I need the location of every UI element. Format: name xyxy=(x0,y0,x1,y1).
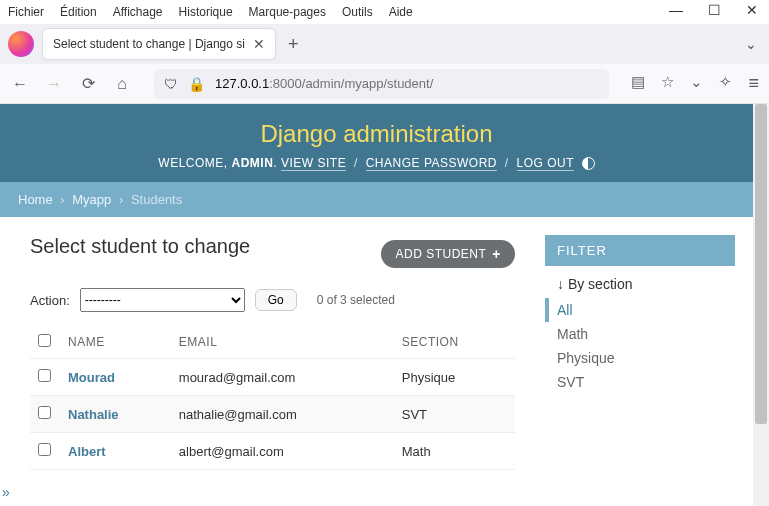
app-menu-icon[interactable]: ≡ xyxy=(748,73,759,94)
django-header: Django administration WELCOME, ADMIN. VI… xyxy=(0,104,753,182)
browser-menubar: Fichier Édition Affichage Historique Mar… xyxy=(0,0,769,24)
url-text: 127.0.0.1:8000/admin/myapp/student/ xyxy=(215,76,433,91)
menu-bookmarks[interactable]: Marque-pages xyxy=(249,5,326,19)
table-row: Albert albert@gmail.com Math xyxy=(30,433,515,470)
actions-row: Action: --------- Go 0 of 3 selected xyxy=(30,288,515,312)
bookmark-star-icon[interactable]: ☆ xyxy=(661,73,674,94)
col-section[interactable]: SECTION xyxy=(394,326,515,359)
tab-title: Select student to change | Django si xyxy=(53,37,245,51)
nav-reload-icon[interactable]: ⟳ xyxy=(78,74,98,93)
new-tab-button[interactable]: + xyxy=(288,34,299,55)
pocket-icon[interactable]: ⌄ xyxy=(690,73,703,94)
row-checkbox[interactable] xyxy=(38,443,51,456)
lock-icon[interactable]: 🔒 xyxy=(188,76,205,92)
nav-back-icon[interactable]: ← xyxy=(10,75,30,93)
add-student-button[interactable]: ADD STUDENT + xyxy=(381,240,515,268)
student-email: albert@gmail.com xyxy=(171,433,394,470)
tabs-dropdown-icon[interactable]: ⌄ xyxy=(745,36,757,52)
window-maximize-icon[interactable]: ☐ xyxy=(705,2,723,18)
window-close-icon[interactable]: ✕ xyxy=(743,2,761,18)
menu-edit[interactable]: Édition xyxy=(60,5,97,19)
breadcrumb-current: Students xyxy=(131,192,182,207)
logout-link[interactable]: LOG OUT xyxy=(517,156,574,171)
browser-toolbar: ← → ⟳ ⌂ 🛡 🔒 127.0.0.1:8000/admin/myapp/s… xyxy=(0,64,769,104)
breadcrumb-app[interactable]: Myapp xyxy=(72,192,111,207)
filter-sidebar: FILTER ↓ By section All Math Physique SV… xyxy=(545,235,735,470)
site-title: Django administration xyxy=(0,120,753,148)
menu-history[interactable]: Historique xyxy=(179,5,233,19)
add-button-label: ADD STUDENT xyxy=(395,247,486,261)
row-checkbox[interactable] xyxy=(38,369,51,382)
action-label: Action: xyxy=(30,293,70,308)
filter-by-section: ↓ By section xyxy=(545,266,735,298)
menu-tools[interactable]: Outils xyxy=(342,5,373,19)
breadcrumb: Home › Myapp › Students xyxy=(0,182,753,217)
extensions-icon[interactable]: ✧ xyxy=(719,73,732,94)
menu-view[interactable]: Affichage xyxy=(113,5,163,19)
shield-icon[interactable]: 🛡 xyxy=(164,76,178,92)
nav-home-icon[interactable]: ⌂ xyxy=(112,75,132,93)
filter-option-physique[interactable]: Physique xyxy=(545,346,735,370)
filter-heading: FILTER xyxy=(545,235,735,266)
welcome-text: WELCOME, xyxy=(158,156,231,170)
plus-icon: + xyxy=(492,246,501,262)
breadcrumb-home[interactable]: Home xyxy=(18,192,53,207)
student-link[interactable]: Albert xyxy=(60,433,171,470)
sidebar-toggle-icon[interactable]: » xyxy=(2,484,10,500)
student-link[interactable]: Mourad xyxy=(60,359,171,396)
student-email: mourad@gmail.com xyxy=(171,359,394,396)
theme-toggle-icon[interactable] xyxy=(582,157,595,170)
username: ADMIN xyxy=(231,156,273,170)
col-email[interactable]: EMAIL xyxy=(171,326,394,359)
change-password-link[interactable]: CHANGE PASSWORD xyxy=(366,156,497,171)
table-row: Nathalie nathalie@gmail.com SVT xyxy=(30,396,515,433)
student-link[interactable]: Nathalie xyxy=(60,396,171,433)
students-table: NAME EMAIL SECTION Mourad mourad@gmail.c… xyxy=(30,326,515,470)
action-select[interactable]: --------- xyxy=(80,288,245,312)
filter-option-svt[interactable]: SVT xyxy=(545,370,735,394)
select-all-checkbox[interactable] xyxy=(38,334,51,347)
tab-close-icon[interactable]: ✕ xyxy=(253,36,265,52)
selection-count: 0 of 3 selected xyxy=(317,293,395,307)
browser-tab[interactable]: Select student to change | Django si ✕ xyxy=(42,28,276,60)
filter-option-all[interactable]: All xyxy=(545,298,735,322)
view-site-link[interactable]: VIEW SITE xyxy=(281,156,346,171)
nav-forward-icon: → xyxy=(44,75,64,93)
table-row: Mourad mourad@gmail.com Physique xyxy=(30,359,515,396)
student-section: Math xyxy=(394,433,515,470)
student-email: nathalie@gmail.com xyxy=(171,396,394,433)
reader-mode-icon[interactable]: ▤ xyxy=(631,73,645,94)
student-section: SVT xyxy=(394,396,515,433)
vertical-scrollbar[interactable] xyxy=(753,104,769,506)
go-button[interactable]: Go xyxy=(255,289,297,311)
firefox-icon xyxy=(8,31,34,57)
student-section: Physique xyxy=(394,359,515,396)
filter-option-math[interactable]: Math xyxy=(545,322,735,346)
col-name[interactable]: NAME xyxy=(60,326,171,359)
menu-help[interactable]: Aide xyxy=(389,5,413,19)
menu-file[interactable]: Fichier xyxy=(8,5,44,19)
url-bar[interactable]: 🛡 🔒 127.0.0.1:8000/admin/myapp/student/ xyxy=(154,69,609,99)
row-checkbox[interactable] xyxy=(38,406,51,419)
user-bar: WELCOME, ADMIN. VIEW SITE / CHANGE PASSW… xyxy=(0,156,753,170)
window-minimize-icon[interactable]: — xyxy=(667,2,685,18)
browser-tabbar: Select student to change | Django si ✕ +… xyxy=(0,24,769,64)
